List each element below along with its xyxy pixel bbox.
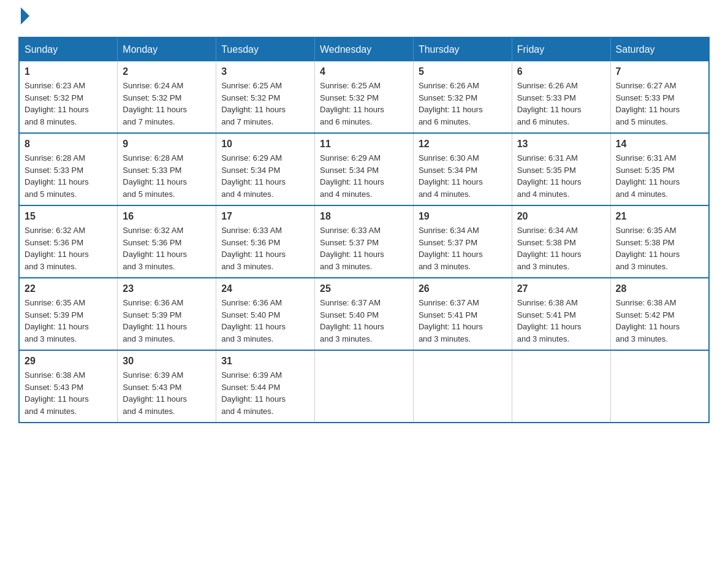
day-info: Sunrise: 6:26 AMSunset: 5:32 PMDaylight:… bbox=[419, 80, 507, 128]
day-number: 16 bbox=[123, 211, 211, 222]
col-header-monday: Monday bbox=[118, 37, 216, 61]
calendar-cell bbox=[413, 350, 512, 423]
day-number: 17 bbox=[221, 211, 309, 222]
day-info: Sunrise: 6:39 AMSunset: 5:43 PMDaylight:… bbox=[123, 369, 211, 417]
day-info: Sunrise: 6:23 AMSunset: 5:32 PMDaylight:… bbox=[25, 80, 112, 128]
day-info: Sunrise: 6:32 AMSunset: 5:36 PMDaylight:… bbox=[123, 224, 211, 272]
calendar-cell: 26 Sunrise: 6:37 AMSunset: 5:41 PMDaylig… bbox=[413, 278, 512, 350]
day-info: Sunrise: 6:28 AMSunset: 5:33 PMDaylight:… bbox=[123, 152, 211, 200]
calendar-week-row: 22 Sunrise: 6:35 AMSunset: 5:39 PMDaylig… bbox=[19, 278, 709, 350]
day-info: Sunrise: 6:38 AMSunset: 5:43 PMDaylight:… bbox=[25, 369, 112, 417]
day-number: 30 bbox=[123, 356, 211, 367]
day-number: 6 bbox=[517, 66, 605, 77]
col-header-friday: Friday bbox=[512, 37, 610, 61]
calendar-table: SundayMondayTuesdayWednesdayThursdayFrid… bbox=[18, 37, 710, 423]
day-info: Sunrise: 6:31 AMSunset: 5:35 PMDaylight:… bbox=[616, 152, 703, 200]
day-number: 12 bbox=[419, 139, 507, 150]
calendar-cell: 6 Sunrise: 6:26 AMSunset: 5:33 PMDayligh… bbox=[512, 61, 610, 133]
day-number: 13 bbox=[517, 139, 605, 150]
day-number: 15 bbox=[25, 211, 112, 222]
calendar-cell: 4 Sunrise: 6:25 AMSunset: 5:32 PMDayligh… bbox=[315, 61, 414, 133]
calendar-cell: 17 Sunrise: 6:33 AMSunset: 5:36 PMDaylig… bbox=[216, 205, 315, 278]
day-number: 3 bbox=[221, 66, 309, 77]
day-number: 23 bbox=[123, 283, 211, 294]
day-number: 24 bbox=[221, 283, 309, 294]
day-info: Sunrise: 6:35 AMSunset: 5:39 PMDaylight:… bbox=[25, 297, 112, 345]
calendar-cell: 12 Sunrise: 6:30 AMSunset: 5:34 PMDaylig… bbox=[413, 133, 512, 205]
day-number: 4 bbox=[320, 66, 408, 77]
day-info: Sunrise: 6:35 AMSunset: 5:38 PMDaylight:… bbox=[616, 224, 703, 272]
calendar-cell: 18 Sunrise: 6:33 AMSunset: 5:37 PMDaylig… bbox=[315, 205, 414, 278]
day-info: Sunrise: 6:34 AMSunset: 5:37 PMDaylight:… bbox=[419, 224, 507, 272]
day-number: 9 bbox=[123, 139, 211, 150]
calendar-cell: 28 Sunrise: 6:38 AMSunset: 5:42 PMDaylig… bbox=[610, 278, 709, 350]
day-number: 28 bbox=[616, 283, 703, 294]
day-info: Sunrise: 6:34 AMSunset: 5:38 PMDaylight:… bbox=[517, 224, 605, 272]
day-info: Sunrise: 6:24 AMSunset: 5:32 PMDaylight:… bbox=[123, 80, 211, 128]
calendar-cell: 24 Sunrise: 6:36 AMSunset: 5:40 PMDaylig… bbox=[216, 278, 315, 350]
calendar-header-row: SundayMondayTuesdayWednesdayThursdayFrid… bbox=[19, 37, 709, 61]
calendar-cell: 15 Sunrise: 6:32 AMSunset: 5:36 PMDaylig… bbox=[19, 205, 118, 278]
day-number: 20 bbox=[517, 211, 605, 222]
day-info: Sunrise: 6:30 AMSunset: 5:34 PMDaylight:… bbox=[419, 152, 507, 200]
calendar-cell: 16 Sunrise: 6:32 AMSunset: 5:36 PMDaylig… bbox=[118, 205, 216, 278]
day-number: 8 bbox=[25, 139, 112, 150]
calendar-cell: 29 Sunrise: 6:38 AMSunset: 5:43 PMDaylig… bbox=[19, 350, 118, 423]
calendar-cell: 1 Sunrise: 6:23 AMSunset: 5:32 PMDayligh… bbox=[19, 61, 118, 133]
day-info: Sunrise: 6:25 AMSunset: 5:32 PMDaylight:… bbox=[221, 80, 309, 128]
day-number: 1 bbox=[25, 66, 112, 77]
day-info: Sunrise: 6:36 AMSunset: 5:39 PMDaylight:… bbox=[123, 297, 211, 345]
col-header-sunday: Sunday bbox=[19, 37, 118, 61]
calendar-cell: 8 Sunrise: 6:28 AMSunset: 5:33 PMDayligh… bbox=[19, 133, 118, 205]
calendar-cell: 31 Sunrise: 6:39 AMSunset: 5:44 PMDaylig… bbox=[216, 350, 315, 423]
day-info: Sunrise: 6:36 AMSunset: 5:40 PMDaylight:… bbox=[221, 297, 309, 345]
day-info: Sunrise: 6:32 AMSunset: 5:36 PMDaylight:… bbox=[25, 224, 112, 272]
calendar-cell: 14 Sunrise: 6:31 AMSunset: 5:35 PMDaylig… bbox=[610, 133, 709, 205]
calendar-cell: 10 Sunrise: 6:29 AMSunset: 5:34 PMDaylig… bbox=[216, 133, 315, 205]
col-header-saturday: Saturday bbox=[610, 37, 709, 61]
day-number: 2 bbox=[123, 66, 211, 77]
calendar-cell: 7 Sunrise: 6:27 AMSunset: 5:33 PMDayligh… bbox=[610, 61, 709, 133]
calendar-cell: 3 Sunrise: 6:25 AMSunset: 5:32 PMDayligh… bbox=[216, 61, 315, 133]
day-info: Sunrise: 6:38 AMSunset: 5:42 PMDaylight:… bbox=[616, 297, 703, 345]
day-number: 27 bbox=[517, 283, 605, 294]
logo bbox=[18, 12, 29, 25]
logo-triangle-icon bbox=[21, 7, 29, 25]
day-info: Sunrise: 6:39 AMSunset: 5:44 PMDaylight:… bbox=[221, 369, 309, 417]
day-info: Sunrise: 6:31 AMSunset: 5:35 PMDaylight:… bbox=[517, 152, 605, 200]
col-header-wednesday: Wednesday bbox=[315, 37, 414, 61]
day-info: Sunrise: 6:33 AMSunset: 5:37 PMDaylight:… bbox=[320, 224, 408, 272]
day-number: 10 bbox=[221, 139, 309, 150]
calendar-cell: 19 Sunrise: 6:34 AMSunset: 5:37 PMDaylig… bbox=[413, 205, 512, 278]
calendar-cell: 23 Sunrise: 6:36 AMSunset: 5:39 PMDaylig… bbox=[118, 278, 216, 350]
calendar-week-row: 8 Sunrise: 6:28 AMSunset: 5:33 PMDayligh… bbox=[19, 133, 709, 205]
calendar-cell: 11 Sunrise: 6:29 AMSunset: 5:34 PMDaylig… bbox=[315, 133, 414, 205]
calendar-cell: 5 Sunrise: 6:26 AMSunset: 5:32 PMDayligh… bbox=[413, 61, 512, 133]
day-number: 26 bbox=[419, 283, 507, 294]
day-number: 25 bbox=[320, 283, 408, 294]
calendar-cell: 9 Sunrise: 6:28 AMSunset: 5:33 PMDayligh… bbox=[118, 133, 216, 205]
day-info: Sunrise: 6:37 AMSunset: 5:41 PMDaylight:… bbox=[419, 297, 507, 345]
page-header bbox=[18, 12, 710, 25]
day-number: 29 bbox=[25, 356, 112, 367]
calendar-week-row: 29 Sunrise: 6:38 AMSunset: 5:43 PMDaylig… bbox=[19, 350, 709, 423]
calendar-week-row: 1 Sunrise: 6:23 AMSunset: 5:32 PMDayligh… bbox=[19, 61, 709, 133]
calendar-cell: 2 Sunrise: 6:24 AMSunset: 5:32 PMDayligh… bbox=[118, 61, 216, 133]
day-number: 31 bbox=[221, 356, 309, 367]
day-info: Sunrise: 6:33 AMSunset: 5:36 PMDaylight:… bbox=[221, 224, 309, 272]
day-number: 22 bbox=[25, 283, 112, 294]
day-info: Sunrise: 6:27 AMSunset: 5:33 PMDaylight:… bbox=[616, 80, 703, 128]
day-number: 14 bbox=[616, 139, 703, 150]
day-number: 19 bbox=[419, 211, 507, 222]
day-info: Sunrise: 6:28 AMSunset: 5:33 PMDaylight:… bbox=[25, 152, 112, 200]
calendar-cell bbox=[315, 350, 414, 423]
day-info: Sunrise: 6:38 AMSunset: 5:41 PMDaylight:… bbox=[517, 297, 605, 345]
day-number: 5 bbox=[419, 66, 507, 77]
calendar-cell bbox=[512, 350, 610, 423]
day-info: Sunrise: 6:25 AMSunset: 5:32 PMDaylight:… bbox=[320, 80, 408, 128]
day-number: 7 bbox=[616, 66, 703, 77]
calendar-cell: 25 Sunrise: 6:37 AMSunset: 5:40 PMDaylig… bbox=[315, 278, 414, 350]
calendar-week-row: 15 Sunrise: 6:32 AMSunset: 5:36 PMDaylig… bbox=[19, 205, 709, 278]
col-header-thursday: Thursday bbox=[413, 37, 512, 61]
calendar-cell: 27 Sunrise: 6:38 AMSunset: 5:41 PMDaylig… bbox=[512, 278, 610, 350]
